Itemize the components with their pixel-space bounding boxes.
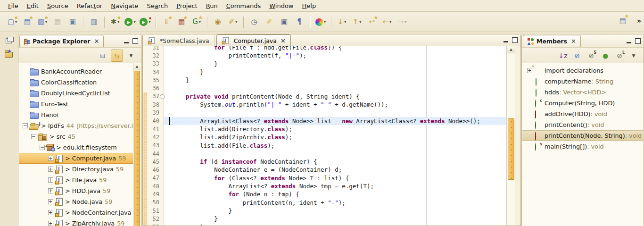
dropdown-arrow-icon[interactable]: ▾ (149, 20, 150, 24)
tree-item-euro-test[interactable]: Euro-Test (19, 99, 133, 109)
highlighter-button[interactable]: ✐ (263, 16, 276, 29)
editor-tab--someclass-java[interactable]: *SomeClass.java (143, 35, 215, 46)
print-button[interactable]: ▣ (66, 16, 79, 29)
expand-icon[interactable]: + (48, 199, 53, 204)
dropdown-arrow-icon[interactable]: ▾ (324, 20, 326, 24)
dropdown-arrow-icon[interactable]: ▾ (133, 20, 135, 24)
maximize-icon[interactable] (635, 38, 641, 44)
code-cell[interactable]: } (164, 223, 506, 226)
dropdown-arrow-icon[interactable]: ▾ (235, 20, 237, 24)
code-cell[interactable]: NodeContainer e = (NodeContainer) d; (164, 166, 506, 174)
scroll-up-arrow[interactable]: ▲ (507, 46, 515, 53)
new-task-button[interactable]: ◷ (248, 16, 261, 29)
collapse-icon[interactable]: − (31, 134, 36, 139)
dropdown-arrow-icon[interactable]: ▾ (359, 20, 361, 24)
collapse-all-button[interactable]: ⊟ (97, 50, 109, 62)
menu-search[interactable]: Search (143, 1, 173, 10)
hide-local-types-button[interactable]: ⊘L (613, 50, 626, 62)
code-cell[interactable]: list.add(File.class); (164, 142, 506, 150)
search-button[interactable]: ✐▾ (226, 16, 239, 29)
code-cell[interactable]: for (File f : hdd.get(File.class)) { (164, 46, 506, 51)
compare-pages-button[interactable]: ▥ (87, 16, 100, 29)
maximize-icon[interactable] (132, 38, 138, 44)
tree-item-file-java[interactable]: +> File.java59 (19, 175, 133, 185)
view-menu-button[interactable]: ▼ (125, 50, 137, 62)
dropdown-arrow-icon[interactable]: ▾ (344, 20, 346, 24)
restore-fast-view-button[interactable] (3, 35, 15, 46)
more-perspectives-chevron[interactable]: » (637, 17, 640, 25)
tree-item-src[interactable]: −> src45 (19, 131, 133, 142)
editor-tab-computer-java[interactable]: Computer.java✕ (216, 34, 291, 46)
last-edit-location-button[interactable]: ↩★ (365, 16, 379, 29)
color-wheel-button[interactable]: ▾ (314, 16, 327, 29)
menu-project[interactable]: Project (172, 1, 202, 10)
menu-file[interactable]: File (4, 1, 23, 10)
dropdown-arrow-icon[interactable]: ▾ (389, 20, 391, 24)
fold-column[interactable]: − (160, 94, 164, 99)
gwt-button[interactable]: G★▾ (190, 16, 203, 29)
scroll-up-arrow[interactable]: ▲ (133, 63, 140, 70)
menu-commands[interactable]: Commands (222, 1, 265, 10)
member-item-import-declarations[interactable]: +import declarations (522, 65, 643, 76)
member-item-hdds[interactable]: hdds : Vector<HDD> (522, 87, 643, 98)
tree-item-doublylinkedcycliclist[interactable]: DoublyLinkedCyclicList (19, 88, 133, 99)
new-project-button[interactable]: ▤★ (21, 16, 34, 29)
hide-fields-button[interactable]: ⊘ (571, 50, 583, 62)
run-button[interactable]: ▶▾ (124, 16, 137, 29)
next-annotation-button[interactable]: ↓▾ (335, 16, 348, 29)
new-fast-view-button[interactable]: ▤ ★ (616, 14, 629, 27)
code-cell[interactable]: for (Class<? extends Node> T : list) { (164, 174, 506, 182)
previous-annotation-button[interactable]: ↑▾ (350, 16, 363, 29)
show-public-button[interactable]: ● (599, 50, 611, 62)
code-cell[interactable]: System.out.println("|-" + ident + " " + … (164, 100, 506, 109)
package-explorer-tab[interactable]: Package Explorer ✕ (19, 35, 104, 47)
menu-refactor[interactable]: Refactor (73, 1, 107, 10)
code-cell[interactable]: if (d instanceof NodeContainer) { (164, 158, 506, 166)
dropdown-arrow-icon[interactable]: ▾ (15, 20, 17, 24)
minimize-icon[interactable] (627, 38, 631, 43)
code-cell[interactable]: } (164, 68, 506, 76)
members-tab[interactable]: Members ✕ (523, 35, 581, 47)
expand-icon[interactable]: + (48, 188, 53, 193)
code-cell[interactable]: } (164, 76, 506, 84)
mark-occurrences-button[interactable]: ▣ (278, 16, 291, 29)
collapse-icon[interactable]: − (23, 123, 28, 128)
close-icon[interactable]: ✕ (94, 38, 99, 45)
hide-static-button[interactable]: ⊘S (585, 50, 597, 62)
tree-item-computer-java[interactable]: +> Computer.java59 (19, 153, 133, 164)
dropdown-arrow-icon[interactable]: ▾ (45, 20, 47, 24)
sort-button[interactable]: ↓z (557, 50, 569, 62)
tree-item-nodecontainer-java[interactable]: +> NodeContainer.java59 (19, 207, 133, 218)
code-cell[interactable] (164, 150, 506, 158)
import-project-button[interactable]: ⇩★ (160, 16, 173, 29)
member-item-printcontent-[interactable]: printContent() : void (522, 119, 643, 130)
menu-help[interactable]: Help (298, 1, 321, 10)
dropdown-arrow-icon[interactable]: ▾ (199, 20, 201, 24)
open-type-button[interactable]: ◉ (211, 16, 224, 29)
maximize-icon[interactable] (512, 37, 518, 43)
code-cell[interactable] (164, 84, 506, 92)
code-cell[interactable]: } (164, 215, 506, 223)
menu-window[interactable]: Window (265, 1, 297, 10)
expand-icon[interactable]: + (48, 221, 53, 226)
overview-ruler[interactable] (515, 46, 520, 226)
code-cell[interactable]: printContent(f, "|-"); (164, 51, 506, 59)
tree-item-edu-kit-filesystem[interactable]: −> edu.kit.filesystem (19, 142, 133, 153)
scrollbar-thumb[interactable] (508, 118, 514, 180)
expand-icon[interactable]: + (48, 177, 53, 183)
expand-icon[interactable]: + (48, 167, 53, 172)
tree-item-ipdfs[interactable]: −> IpdFs44[https://svnserver.i (19, 120, 133, 131)
menu-run[interactable]: Run (202, 1, 222, 10)
tree-item-colorclassification[interactable]: ColorClassification (19, 77, 133, 88)
member-item-adddrive-hdd-[interactable]: addDrive(HDD) : void (522, 109, 643, 119)
back-button[interactable]: ←▾ (380, 16, 394, 29)
view-menu-button[interactable]: ▼ (627, 50, 640, 62)
member-item-main-string-[interactable]: smain(String[]) : void (522, 141, 643, 152)
editor-scrollbar[interactable]: ▲ (506, 46, 515, 226)
code-cell[interactable]: } (164, 60, 506, 68)
member-item-computer-string-hdd-[interactable]: cComputer(String, HDD) (522, 98, 643, 109)
tree-item-ziparchiv-java[interactable]: +> ZipArchiv.java59 (19, 218, 133, 226)
junit-test-button[interactable]: ▦★ (175, 16, 188, 29)
code-cell[interactable]: ArrayList<Class<? extends Node>> list = … (164, 117, 506, 125)
new-wizard-button[interactable]: ▥★▾ (36, 16, 49, 29)
